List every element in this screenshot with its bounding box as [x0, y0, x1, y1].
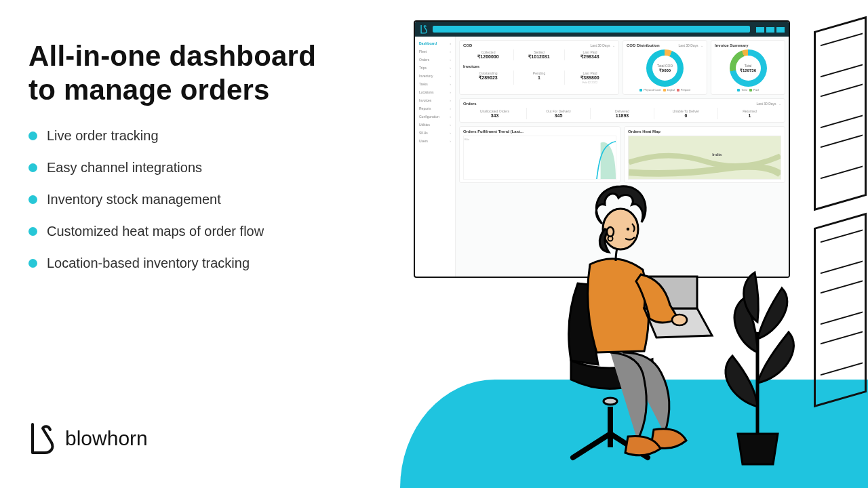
feature-item: Customized heat maps of order flow — [28, 224, 395, 239]
sidebar-item-configuration[interactable]: Configuration› — [416, 113, 454, 121]
chevron-right-icon: › — [450, 131, 451, 135]
sidebar-item-utilities[interactable]: Utilities› — [416, 121, 454, 129]
sidebar-item-skus[interactable]: SKUs› — [416, 129, 454, 137]
axis-label: Kilo — [465, 138, 469, 141]
chevron-right-icon: › — [450, 66, 451, 70]
feature-item: Live order tracking — [28, 128, 395, 144]
headline-line2: to manage orders — [28, 74, 270, 106]
orders-kpi: Delivered11893 — [591, 108, 654, 119]
kpi-value: ₹1200000 — [465, 54, 512, 60]
bullet-icon — [28, 195, 37, 204]
headline-line1: All-in-one dashboard — [28, 40, 316, 72]
filter-dropdown[interactable]: Last 30 Days ⌄ — [678, 43, 703, 47]
filter-dropdown[interactable]: Last 30 Days ⌄ — [756, 102, 781, 106]
sidebar-item-inventory[interactable]: Inventory› — [416, 72, 454, 80]
feature-text: Live order tracking — [47, 128, 159, 144]
legend: TotalPaid — [715, 88, 781, 92]
chevron-down-icon: ⌄ — [701, 43, 703, 47]
cod-card: CODLast 30 Days ⌄ Collected₹1200000 Sett… — [459, 40, 619, 95]
svg-point-5 — [607, 227, 614, 237]
chevron-right-icon: › — [450, 49, 451, 54]
legend: Physical CashDigitalPrepaid — [627, 88, 703, 92]
cod-distribution-card: COD DistributionLast 30 Days ⌄ Total COD… — [623, 40, 707, 95]
orders-kpi: Returned1 — [718, 108, 781, 119]
chevron-down-icon: ⌄ — [778, 102, 781, 106]
feature-item: Easy channel integrations — [28, 160, 395, 176]
feature-item: Inventory stock management — [28, 192, 395, 207]
svg-point-4 — [627, 228, 629, 230]
legend-item: Digital — [663, 88, 675, 92]
donut-value: ₹129736 — [740, 68, 756, 73]
chevron-right-icon: › — [450, 41, 451, 45]
card-title: COD — [463, 43, 472, 47]
donut-chart: Total COD₹0000 — [646, 49, 684, 87]
sidebar-item-tasks[interactable]: Tasks› — [416, 80, 454, 88]
card-title: Invoice Summary — [715, 43, 749, 47]
chevron-right-icon: › — [450, 58, 451, 62]
legend-item: Physical Cash — [639, 88, 660, 92]
card-title: Orders — [463, 102, 477, 106]
donut-chart: Total₹129736 — [730, 49, 767, 87]
sidebar-item-fleet[interactable]: Fleet› — [416, 47, 454, 56]
donut-value: ₹0000 — [659, 68, 671, 73]
kpi-value: ₹298343 — [566, 54, 614, 60]
orders-kpi: Unable To Deliver6 — [654, 108, 718, 119]
chevron-right-icon: › — [450, 90, 451, 94]
chevron-down-icon: ⌄ — [612, 43, 615, 47]
feature-text: Customized heat maps of order flow — [47, 224, 264, 239]
orders-kpi: Unallocated Orders343 — [463, 108, 527, 119]
bullet-icon — [28, 259, 37, 268]
sidebar-item-invoices[interactable]: Invoices› — [416, 96, 454, 104]
address-bar — [433, 26, 750, 33]
chevron-right-icon: › — [450, 106, 451, 110]
person-illustration — [509, 149, 726, 468]
sidebar-item-locations[interactable]: Locations› — [416, 88, 454, 96]
kpi-value: ₹289023 — [465, 75, 512, 81]
sidebar-item-reports[interactable]: Reports› — [416, 104, 454, 113]
sidebar-item-trips[interactable]: Trips› — [416, 64, 454, 72]
legend-item: Prepaid — [677, 88, 690, 92]
svg-point-1 — [604, 398, 617, 405]
brand-name: blowhorn — [65, 427, 148, 450]
blowhorn-icon — [28, 422, 56, 455]
feature-item: Location-based inventory tracking — [28, 256, 395, 271]
card-title: COD Distribution — [627, 43, 660, 47]
window-titlebar — [415, 22, 789, 37]
feature-text: Easy channel integrations — [47, 160, 202, 176]
window-panels — [814, 17, 867, 396]
filter-dropdown[interactable]: Last 30 Days ⌄ — [590, 43, 615, 47]
card-title: Orders Fulfilment Trend (Last... — [463, 129, 524, 134]
card-title: Invoices — [463, 64, 479, 68]
invoice-summary-card: Invoice Summary Total₹129736 TotalPaid — [711, 40, 785, 95]
chevron-right-icon: › — [450, 98, 451, 102]
sidebar: Dashboard›Fleet›Orders›Trips›Inventory›T… — [415, 37, 456, 277]
headline: All-in-one dashboard to manage orders — [28, 39, 395, 106]
orders-card: OrdersLast 30 Days ⌄ Unallocated Orders3… — [459, 98, 785, 123]
kpi-value: ₹1012031 — [515, 54, 563, 60]
brand-logo: blowhorn — [28, 422, 148, 455]
legend-item: Total — [737, 88, 747, 92]
card-title: Orders Heat Map — [628, 129, 660, 134]
bullet-icon — [28, 131, 37, 140]
sidebar-item-users[interactable]: Users› — [416, 137, 454, 145]
bullet-icon — [28, 163, 37, 172]
orders-kpi: Out For Delivery345 — [527, 108, 591, 119]
chevron-right-icon: › — [450, 139, 451, 143]
bullet-icon — [28, 227, 37, 236]
feature-text: Inventory stock management — [47, 192, 221, 207]
chevron-right-icon: › — [450, 82, 451, 86]
chevron-right-icon: › — [450, 115, 451, 119]
kpi-value: ₹389800 — [566, 75, 614, 81]
feature-list: Live order tracking Easy channel integra… — [28, 128, 395, 271]
svg-point-2 — [672, 314, 687, 325]
sidebar-item-dashboard[interactable]: Dashboard› — [416, 39, 454, 47]
legend-item: Paid — [749, 88, 759, 92]
chevron-right-icon: › — [450, 123, 451, 127]
window-buttons — [754, 23, 785, 35]
kpi-sub: Feb 02 2022 — [566, 81, 614, 84]
sidebar-item-orders[interactable]: Orders› — [416, 56, 454, 64]
kpi-value: 1 — [515, 75, 563, 80]
chevron-right-icon: › — [450, 74, 451, 78]
feature-text: Location-based inventory tracking — [47, 256, 250, 271]
blowhorn-mini-icon — [419, 24, 429, 34]
